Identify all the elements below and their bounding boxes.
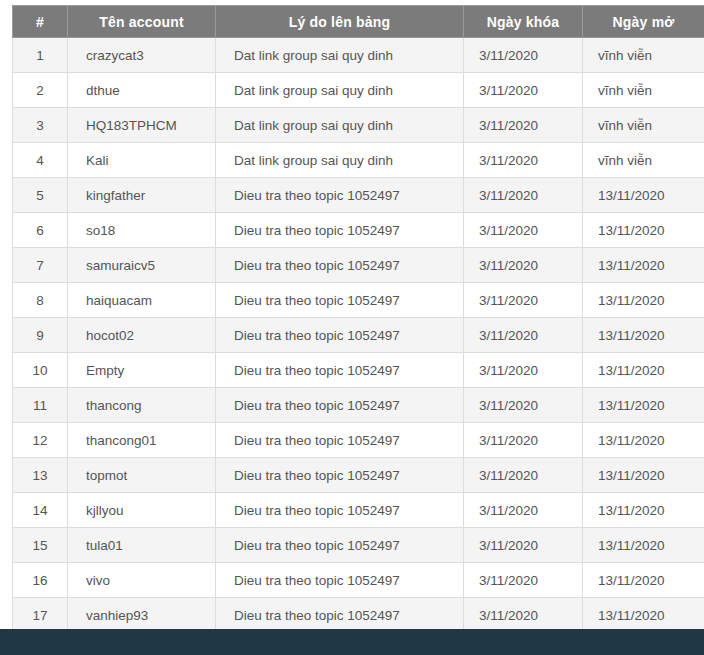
ban-reason: Dieu tra theo topic 1052497 [216,318,464,353]
open-date: 13/11/2020 [583,458,704,493]
table-body: 1crazycat3Dat link group sai quy dinh3/1… [13,38,704,633]
table-row: 2dthueDat link group sai quy dinh3/11/20… [13,73,704,108]
account-name: crazycat3 [68,38,216,73]
row-index: 9 [13,318,68,353]
account-name: samuraicv5 [68,248,216,283]
open-date: 13/11/2020 [583,213,704,248]
header-lock-date: Ngày khóa [464,6,583,38]
account-name: vivo [68,563,216,598]
ban-reason: Dat link group sai quy dinh [216,38,464,73]
row-index: 5 [13,178,68,213]
open-date: 13/11/2020 [583,318,704,353]
account-name: hocot02 [68,318,216,353]
row-index: 7 [13,248,68,283]
lock-date: 3/11/2020 [464,143,583,178]
ban-reason: Dieu tra theo topic 1052497 [216,248,464,283]
ban-reason: Dat link group sai quy dinh [216,73,464,108]
open-date: 13/11/2020 [583,563,704,598]
ban-reason: Dieu tra theo topic 1052497 [216,423,464,458]
ban-reason: Dieu tra theo topic 1052497 [216,353,464,388]
account-name: vanhiep93 [68,598,216,633]
row-index: 15 [13,528,68,563]
row-index: 12 [13,423,68,458]
open-date: vĩnh viễn [583,73,704,108]
row-index: 14 [13,493,68,528]
account-name: Kali [68,143,216,178]
open-date: 13/11/2020 [583,283,704,318]
lock-date: 3/11/2020 [464,248,583,283]
lock-date: 3/11/2020 [464,283,583,318]
account-name: dthue [68,73,216,108]
ban-list-page: # Tên account Lý do lên bảng Ngày khóa N… [0,0,704,655]
lock-date: 3/11/2020 [464,318,583,353]
account-name: HQ183TPHCM [68,108,216,143]
open-date: vĩnh viễn [583,108,704,143]
ban-reason: Dieu tra theo topic 1052497 [216,458,464,493]
row-index: 1 [13,38,68,73]
ban-reason: Dieu tra theo topic 1052497 [216,598,464,633]
table-row: 17vanhiep93Dieu tra theo topic 10524973/… [13,598,704,633]
row-index: 17 [13,598,68,633]
lock-date: 3/11/2020 [464,528,583,563]
table-row: 11thancongDieu tra theo topic 10524973/1… [13,388,704,423]
row-index: 13 [13,458,68,493]
table-row: 15tula01Dieu tra theo topic 10524973/11/… [13,528,704,563]
header-open-date: Ngày mở [583,6,704,38]
ban-reason: Dat link group sai quy dinh [216,108,464,143]
account-name: tula01 [68,528,216,563]
ban-list-table: # Tên account Lý do lên bảng Ngày khóa N… [12,5,704,633]
table-row: 10EmptyDieu tra theo topic 10524973/11/2… [13,353,704,388]
table-row: 14kjllyouDieu tra theo topic 10524973/11… [13,493,704,528]
lock-date: 3/11/2020 [464,38,583,73]
row-index: 8 [13,283,68,318]
table-row: 16vivoDieu tra theo topic 10524973/11/20… [13,563,704,598]
row-index: 3 [13,108,68,143]
row-index: 10 [13,353,68,388]
row-index: 6 [13,213,68,248]
ban-reason: Dieu tra theo topic 1052497 [216,493,464,528]
ban-reason: Dieu tra theo topic 1052497 [216,213,464,248]
account-name: kjllyou [68,493,216,528]
account-name: so18 [68,213,216,248]
lock-date: 3/11/2020 [464,388,583,423]
table-row: 6so18Dieu tra theo topic 10524973/11/202… [13,213,704,248]
lock-date: 3/11/2020 [464,423,583,458]
account-name: thancong [68,388,216,423]
row-index: 11 [13,388,68,423]
header-row: # Tên account Lý do lên bảng Ngày khóa N… [13,6,704,38]
open-date: 13/11/2020 [583,423,704,458]
ban-reason: Dat link group sai quy dinh [216,143,464,178]
lock-date: 3/11/2020 [464,178,583,213]
open-date: 13/11/2020 [583,598,704,633]
row-index: 16 [13,563,68,598]
lock-date: 3/11/2020 [464,493,583,528]
table-row: 5kingfatherDieu tra theo topic 10524973/… [13,178,704,213]
ban-reason: Dieu tra theo topic 1052497 [216,178,464,213]
table-row: 8haiquacamDieu tra theo topic 10524973/1… [13,283,704,318]
lock-date: 3/11/2020 [464,598,583,633]
open-date: 13/11/2020 [583,178,704,213]
table-row: 12thancong01Dieu tra theo topic 10524973… [13,423,704,458]
lock-date: 3/11/2020 [464,458,583,493]
row-index: 2 [13,73,68,108]
account-name: kingfather [68,178,216,213]
table-row: 4KaliDat link group sai quy dinh3/11/202… [13,143,704,178]
open-date: vĩnh viễn [583,38,704,73]
lock-date: 3/11/2020 [464,563,583,598]
account-name: Empty [68,353,216,388]
account-name: topmot [68,458,216,493]
ban-reason: Dieu tra theo topic 1052497 [216,563,464,598]
header-index: # [13,6,68,38]
table-row: 13topmotDieu tra theo topic 10524973/11/… [13,458,704,493]
table-row: 9hocot02Dieu tra theo topic 10524973/11/… [13,318,704,353]
table-row: 1crazycat3Dat link group sai quy dinh3/1… [13,38,704,73]
table-row: 7samuraicv5Dieu tra theo topic 10524973/… [13,248,704,283]
header-reason: Lý do lên bảng [216,6,464,38]
table-row: 3HQ183TPHCMDat link group sai quy dinh3/… [13,108,704,143]
account-name: haiquacam [68,283,216,318]
header-account: Tên account [68,6,216,38]
open-date: vĩnh viễn [583,143,704,178]
lock-date: 3/11/2020 [464,353,583,388]
ban-reason: Dieu tra theo topic 1052497 [216,283,464,318]
row-index: 4 [13,143,68,178]
